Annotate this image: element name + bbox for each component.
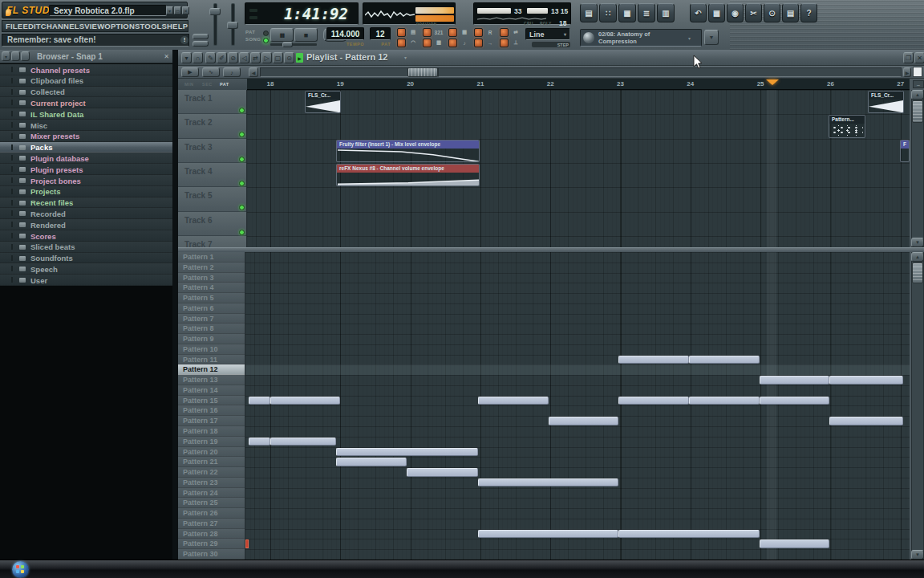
pattern-row-21[interactable]: Pattern 21 <box>178 457 245 467</box>
track-row-7[interactable]: Track 7 <box>178 236 247 247</box>
pattern-clip[interactable] <box>249 397 270 405</box>
maximize-icon[interactable]: ▭ <box>174 6 181 14</box>
pattern-row-3[interactable]: Pattern 3 <box>178 273 245 283</box>
scroll-left-icon[interactable]: ◀ <box>249 67 258 77</box>
title-bar[interactable]: FL STUDIO Sexy Robotica 2.0.flp ▾ ▭ ✕ <box>2 2 188 18</box>
pianoroll-button[interactable]: ▦ <box>618 3 636 22</box>
browser-reload-icon[interactable] <box>21 51 30 61</box>
pattern-clip[interactable] <box>270 397 340 405</box>
pattern-clip[interactable] <box>478 530 618 539</box>
track-scroll-up-icon[interactable]: ▲ <box>911 90 924 100</box>
led-toggle[interactable] <box>474 28 483 37</box>
track-grid[interactable]: FLS_Cr...FLS_Cr...Pattern...Fruity filte… <box>247 90 910 247</box>
zoom-minus-icon[interactable]: – <box>913 80 924 88</box>
browser-item-collected[interactable]: Collected <box>0 87 173 98</box>
browser-item-recorded[interactable]: Recorded <box>0 208 173 219</box>
track-row-2[interactable]: Track 2 <box>178 114 247 138</box>
led-toggle[interactable] <box>474 39 483 47</box>
track-row-6[interactable]: Track 6 <box>178 212 247 236</box>
browser-button[interactable]: ≣ <box>638 3 655 22</box>
brush-tool[interactable]: ✐ <box>217 52 227 63</box>
horizontal-scrollbar[interactable] <box>438 67 902 77</box>
audio-clip[interactable]: FLS_Cr... <box>868 91 904 113</box>
playlist-button[interactable]: ▤ <box>580 3 598 22</box>
horizontal-scrollbar-thumb[interactable] <box>407 67 438 77</box>
mixer-button[interactable]: ▥ <box>657 3 675 22</box>
slip-tool[interactable]: ⇄ <box>250 52 261 63</box>
pattern-row-20[interactable]: Pattern 20 <box>178 447 245 458</box>
browser-item-project-bones[interactable]: Project bones <box>0 175 173 186</box>
pattern-clip[interactable] <box>829 376 903 385</box>
pattern-row-30[interactable]: Pattern 30 <box>178 549 245 560</box>
pattern-row-19[interactable]: Pattern 19 <box>178 437 245 447</box>
step-badge[interactable]: STEP <box>532 42 570 47</box>
shuffle-slider[interactable] <box>270 43 317 46</box>
browser-item-mixer-presets[interactable]: Mixer presets <box>0 131 173 142</box>
browser-item-plugin-presets[interactable]: Plugin presets <box>0 164 173 175</box>
picker-button[interactable]: ▶ <box>181 67 199 77</box>
browser-item-sliced-beats[interactable]: Sliced beats <box>0 242 173 253</box>
time-mode-min[interactable]: MIN <box>184 82 194 87</box>
pattern-scrollbar[interactable] <box>911 252 924 560</box>
pattern-row-8[interactable]: Pattern 8 <box>178 324 245 334</box>
track-enable-led[interactable] <box>239 230 245 235</box>
pattern-clip[interactable] <box>249 438 270 446</box>
menu-item-options[interactable]: OPTIONS <box>104 22 140 31</box>
hint-mini-button-b[interactable] <box>192 41 209 47</box>
track-row-1[interactable]: Track 1 <box>178 90 247 114</box>
play-pause-button[interactable]: ▮▮ <box>270 28 294 42</box>
cut-button[interactable]: ✂ <box>745 3 762 22</box>
close-icon[interactable]: ✕ <box>914 52 924 63</box>
timeline[interactable]: MINSECPAT 18192021222324252627 <box>178 79 910 90</box>
pattern-clip[interactable] <box>336 458 407 466</box>
pattern-clip[interactable]: Pattern... <box>829 115 865 137</box>
red-clip-fragment[interactable] <box>245 539 249 548</box>
browser-snap-icon[interactable] <box>11 51 20 61</box>
pattern-row-22[interactable]: Pattern 22 <box>178 467 245 478</box>
led-toggle[interactable] <box>423 28 432 37</box>
zoom-preview-box[interactable] <box>913 67 922 77</box>
automation-clip[interactable]: reFX Nexus #8 - Channel volume envelope <box>336 164 480 186</box>
volume-meter[interactable] <box>415 7 454 14</box>
pattern-clip[interactable] <box>270 438 336 446</box>
song-mode-led[interactable] <box>263 38 269 43</box>
pat-mode-label[interactable]: PAT <box>245 30 255 35</box>
track-scroll-down-icon[interactable]: ▼ <box>911 238 924 247</box>
scroll-right-icon[interactable]: ▶ <box>903 67 911 77</box>
pattern-row-4[interactable]: Pattern 4 <box>178 283 245 293</box>
led-toggle-icon[interactable]: ⊥ <box>509 39 523 47</box>
pattern-row-25[interactable]: Pattern 25 <box>178 498 245 508</box>
menu-item-channels[interactable]: CHANNELS <box>41 22 84 31</box>
note-helper-button[interactable]: ♪ <box>223 67 241 77</box>
pattern-row-16[interactable]: Pattern 16 <box>178 405 245 416</box>
automation-clip[interactable]: Fruity filter (Insert 1) - Mix level env… <box>336 140 480 162</box>
browser-item-user[interactable]: User <box>0 275 173 286</box>
save-button[interactable]: ▦ <box>708 3 725 22</box>
pattern-row-12[interactable]: Pattern 12 <box>178 364 245 375</box>
browser-item-soundfonts[interactable]: Soundfonts <box>0 253 173 264</box>
browser-item-packs[interactable]: Packs <box>0 142 173 153</box>
track-row-4[interactable]: Track 4 <box>178 163 247 187</box>
zoom-button[interactable]: ⊙ <box>764 3 780 22</box>
log-button[interactable]: ▤ <box>782 3 799 22</box>
playback-tool[interactable]: ▷ <box>261 52 272 63</box>
playhead-marker[interactable] <box>766 79 779 85</box>
pattern-clip[interactable] <box>549 417 618 425</box>
track-scrollbar-thumb[interactable] <box>912 100 923 123</box>
browser-item-clipboard-files[interactable]: Clipboard files <box>0 75 173 87</box>
pattern-row-14[interactable]: Pattern 14 <box>178 385 245 396</box>
main-pitch-handle[interactable] <box>227 22 238 29</box>
pattern-row-7[interactable]: Pattern 7 <box>178 314 245 324</box>
pattern-scroll-down-icon[interactable]: ▼ <box>911 550 924 560</box>
led-toggle[interactable] <box>448 39 457 47</box>
pattern-clip[interactable] <box>478 397 549 405</box>
pattern-scroll-up-icon[interactable]: ▲ <box>911 252 924 262</box>
browser-item-recent-files[interactable]: Recent files <box>0 197 173 209</box>
minimize-icon[interactable]: ▾ <box>166 6 173 14</box>
pattern-clip[interactable] <box>689 356 760 364</box>
record-button[interactable]: ◉ <box>727 3 744 22</box>
song-mode-label[interactable]: SONG <box>245 37 261 42</box>
playlist-header[interactable]: ▾ ∩ ✎✐⊘◁⇄▷▢⊙ ▶ Playlist - Pattern 12 ▾ ❐… <box>178 50 924 66</box>
stop-button[interactable]: ■ <box>294 28 318 42</box>
track-row-5[interactable]: Track 5 <box>178 187 247 211</box>
